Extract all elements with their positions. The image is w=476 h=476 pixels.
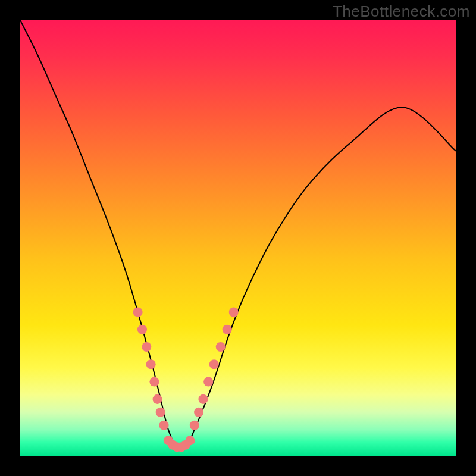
watermark-text: TheBottleneck.com [333, 2, 470, 21]
marker-dot [229, 307, 239, 317]
marker-dot [185, 436, 195, 445]
marker-dot [156, 408, 165, 417]
marker-dot [203, 377, 213, 387]
marker-dot [216, 342, 226, 352]
marker-dot [194, 408, 203, 417]
markers-right [190, 307, 239, 430]
markers-left [133, 307, 169, 430]
plot-area [20, 20, 456, 456]
marker-dot [153, 394, 162, 404]
curve-layer [20, 20, 456, 456]
marker-dot [137, 325, 147, 334]
marker-dot [133, 307, 143, 317]
marker-dot [149, 377, 159, 387]
marker-dot [146, 359, 156, 369]
bottleneck-curve [20, 20, 456, 449]
marker-dot [142, 342, 151, 352]
marker-dot [209, 359, 219, 369]
markers-bottom [164, 436, 195, 452]
marker-dot [159, 421, 169, 430]
marker-dot [198, 394, 208, 404]
marker-dot [223, 325, 232, 334]
marker-dot [190, 421, 199, 430]
chart-frame: TheBottleneck.com [0, 0, 476, 476]
